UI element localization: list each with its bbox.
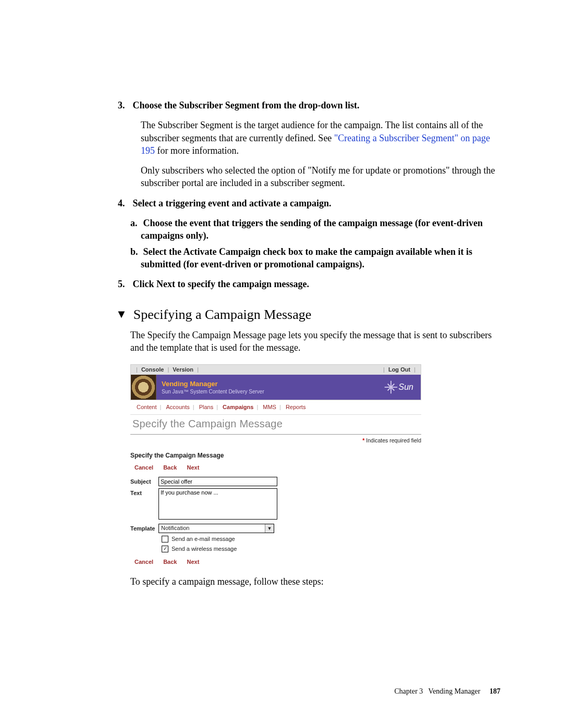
ss-top-version[interactable]: Version: [173, 366, 193, 373]
ss-top-logout[interactable]: Log Out: [388, 366, 410, 373]
checkbox-email-label: Send an e-mail message: [172, 535, 235, 543]
cancel-button-top[interactable]: Cancel: [134, 464, 153, 471]
checkbox-email[interactable]: [162, 536, 168, 542]
template-select-value: Notification: [159, 524, 265, 533]
label-text: Text: [130, 488, 158, 497]
text-input[interactable]: [158, 488, 277, 520]
tab-campaigns[interactable]: Campaigns: [219, 404, 256, 410]
back-button-top[interactable]: Back: [163, 464, 177, 471]
button-row-top: Cancel Back Next: [134, 464, 421, 472]
step-5-number: 5.: [118, 278, 130, 290]
step-4-number: 4.: [118, 197, 130, 209]
label-template: Template: [130, 524, 158, 533]
step-3-body-1: The Subscriber Segment is the target aud…: [141, 119, 500, 157]
form-section-title: Specify the Campaign Message: [130, 451, 421, 460]
subject-input[interactable]: [158, 477, 277, 486]
step-4b-letter: b.: [130, 245, 141, 258]
tab-accounts[interactable]: Accounts: [163, 404, 192, 410]
required-label: Indicates required field: [364, 437, 421, 443]
section-heading: Specifying a Campaign Message: [133, 305, 312, 324]
sun-diamond-icon: [384, 380, 397, 393]
screenshot-page-title: Specify the Campaign Message: [130, 415, 421, 435]
step-4b-text: Select the Activate Campaign check box t…: [141, 246, 472, 269]
cancel-button-bottom[interactable]: Cancel: [134, 559, 153, 565]
sun-logo: Sun: [386, 375, 421, 400]
next-button-top[interactable]: Next: [187, 464, 200, 471]
tab-plans[interactable]: Plans: [196, 404, 217, 410]
tab-mms[interactable]: MMS: [260, 404, 279, 410]
label-subject: Subject: [130, 477, 158, 486]
triangle-down-icon: ▼: [116, 309, 127, 320]
next-button-bottom[interactable]: Next: [187, 559, 200, 565]
tab-reports[interactable]: Reports: [283, 404, 309, 410]
step-3-number: 3.: [118, 99, 130, 112]
page-footer: Chapter 3 Vending Manager 187: [130, 687, 500, 697]
step-4-title: Select a triggering event and activate a…: [133, 198, 332, 208]
step-4a-text: Choose the event that triggers the sendi…: [141, 218, 483, 241]
tab-content[interactable]: Content: [133, 404, 160, 410]
campaign-message-screenshot: | Console | Version | | Log Out | Vendin…: [130, 364, 421, 565]
outro-text: To specify a campaign message, follow th…: [130, 575, 500, 588]
template-select[interactable]: Notification ▼: [158, 524, 274, 533]
banner-subtitle: Sun Java™ System Content Delivery Server: [162, 388, 264, 396]
banner-title: Vending Manager: [162, 379, 264, 389]
button-row-bottom: Cancel Back Next: [134, 558, 421, 566]
step-3-title: Choose the Subscriber Segment from the d…: [133, 100, 360, 110]
vending-manager-icon: [131, 375, 156, 400]
step-3-body-2: Only subscribers who selected the option…: [141, 164, 500, 190]
chevron-down-icon[interactable]: ▼: [265, 524, 274, 533]
heading-intro: The Specify the Campaign Message page le…: [130, 329, 500, 354]
checkbox-wireless[interactable]: ✓: [162, 546, 168, 552]
ss-top-console[interactable]: Console: [141, 366, 164, 373]
back-button-bottom[interactable]: Back: [163, 559, 177, 565]
checkbox-wireless-label: Send a wireless message: [172, 545, 237, 553]
step-5-title: Click Next to specify the campaign messa…: [133, 279, 309, 289]
step-4a-letter: a.: [130, 217, 141, 229]
